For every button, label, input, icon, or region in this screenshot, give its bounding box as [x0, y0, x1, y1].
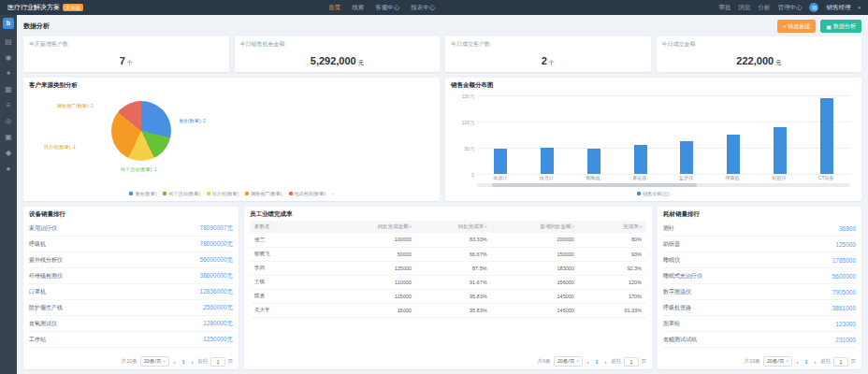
list-item[interactable]: 面罩组123000: [663, 316, 856, 332]
settings-icon[interactable]: ●: [0, 161, 17, 177]
current-page[interactable]: 1: [803, 359, 810, 365]
list-item[interactable]: 测针36800: [663, 221, 856, 237]
dashboard-icon[interactable]: ▤: [0, 34, 17, 50]
table-row[interactable]: 陈勇11500095.83%145000170%: [250, 289, 646, 303]
goto-page-input[interactable]: 1: [210, 357, 224, 367]
goto-page-input[interactable]: 1: [624, 357, 638, 367]
table-cell: 66.67%: [416, 247, 492, 261]
table-row[interactable]: 张三10000083.33%20000080%: [250, 233, 646, 247]
pie-chart[interactable]: [111, 101, 171, 161]
table-row[interactable]: 吴大宇1500095.83%14500091.33%: [250, 303, 646, 317]
legend-item[interactable]: 线下活动(数量): [163, 191, 199, 196]
user-menu[interactable]: 销售经理: [826, 4, 850, 12]
table-row[interactable]: 歌晓飞5000066.67%15000093%: [250, 247, 646, 261]
chevron-down-icon: ▾: [858, 5, 861, 10]
nav-link[interactable]: 分析: [758, 4, 770, 12]
bar[interactable]: [820, 98, 833, 174]
legend-item[interactable]: 转介绍(数量): [207, 191, 239, 196]
chevron-right-icon[interactable]: ›: [332, 191, 334, 196]
list-item[interactable]: 睡眠仪1785000: [663, 252, 856, 268]
legend-swatch: [245, 192, 249, 195]
prev-page-button[interactable]: ‹: [795, 359, 801, 365]
current-page[interactable]: 1: [181, 359, 187, 365]
column-header[interactable]: 回款完成率▾: [416, 221, 492, 233]
quick-create-button[interactable]: + 快速新建: [777, 20, 817, 33]
nav-link[interactable]: 审批: [718, 4, 731, 12]
prev-page-button[interactable]: ‹: [586, 359, 591, 365]
list-item[interactable]: 血糖测试试纸231000: [663, 332, 856, 348]
bar[interactable]: [774, 127, 787, 174]
service-icon[interactable]: ◎: [0, 113, 17, 129]
list-item[interactable]: 工作站1250000元: [29, 332, 233, 348]
item-value: 2560000元: [203, 304, 233, 312]
nav-tab[interactable]: 线索: [352, 4, 364, 12]
filter-icon[interactable]: ▾: [410, 224, 412, 229]
nav-link[interactable]: 管理中心: [777, 4, 802, 12]
bars-container: [477, 95, 850, 174]
bar[interactable]: [634, 145, 647, 174]
list-item[interactable]: 紫外线分析仪56000000元: [29, 252, 233, 268]
column-header[interactable]: 完成率▾: [579, 221, 646, 233]
filter-icon[interactable]: ▾: [640, 224, 642, 229]
filter-icon[interactable]: ▾: [572, 224, 574, 229]
column-header[interactable]: 回款完成金额▾: [329, 221, 416, 233]
table-row[interactable]: 李四12500087.5%18300092.3%: [250, 261, 646, 275]
list-item[interactable]: 助听器125000: [663, 237, 856, 252]
products-icon[interactable]: ▦: [0, 81, 17, 97]
list-item[interactable]: 数字测温仪7905000: [663, 284, 856, 300]
orders-icon[interactable]: ≡: [0, 97, 17, 113]
chart-scrollbar[interactable]: [477, 183, 850, 187]
legend-item[interactable]: 展会(数量): [129, 191, 156, 196]
nav-tab[interactable]: 报表中心: [411, 4, 435, 12]
page-size-select[interactable]: 20条/页▾: [140, 356, 169, 367]
list-item[interactable]: 呼吸机78000000元: [29, 237, 233, 252]
legend-item[interactable]: 销售金额(元): [637, 191, 669, 196]
list-item[interactable]: 纤维镜检测仪38600000元: [29, 268, 233, 284]
logo-icon[interactable]: b: [3, 18, 14, 29]
avatar[interactable]: 销: [809, 3, 818, 12]
bar-chart[interactable]: 150万100万50万0: [477, 95, 850, 174]
nav-tab[interactable]: 首页: [328, 4, 340, 12]
bar[interactable]: [727, 135, 740, 174]
nav-tab[interactable]: 客服中心: [375, 4, 399, 12]
list-item[interactable]: 睡眠式光治疗仪5600000: [663, 268, 856, 284]
analysis-icon[interactable]: ◆: [0, 145, 17, 161]
item-name: 家用治疗仪: [29, 224, 57, 233]
bar[interactable]: [680, 141, 693, 174]
table-row[interactable]: 王棋11000091.67%156000120%: [250, 275, 646, 289]
column-header[interactable]: 新增回款金额▾: [492, 221, 579, 233]
next-page-button[interactable]: ›: [603, 359, 609, 365]
opportunity-icon[interactable]: ✦: [0, 65, 17, 81]
page-unit-label: 页: [851, 358, 857, 365]
y-axis-label: 150万: [452, 94, 474, 99]
data-analysis-button[interactable]: ▣ 数据分析: [820, 20, 861, 33]
bar[interactable]: [587, 149, 600, 174]
page-size-select[interactable]: 20条/页▾: [554, 356, 583, 367]
list-item[interactable]: 家用治疗仪78090007元: [29, 221, 233, 237]
column-header[interactable]: 参数名: [250, 221, 329, 233]
legend-item[interactable]: 电话咨询(数量): [289, 191, 326, 196]
goto-page-input[interactable]: 1: [833, 357, 847, 367]
scrollbar-thumb[interactable]: [492, 183, 697, 187]
list-item[interactable]: 防护服生产线2560000元: [29, 300, 233, 316]
table-cell: 150000: [492, 247, 579, 261]
charts-row: 客户来源类别分析 展会(数量): 2线下活动(数量): 1转介绍(数量): 1网…: [23, 78, 861, 201]
list-item[interactable]: 呼吸机管路3861000: [663, 300, 856, 316]
prev-page-button[interactable]: ‹: [172, 359, 178, 365]
current-page[interactable]: 1: [594, 359, 600, 365]
filter-icon[interactable]: ▾: [485, 224, 486, 229]
nav-link[interactable]: 消息: [738, 4, 750, 12]
kpi-row: 今天新增客户数7个今日销售机会金额5,292,000元今日成交客户数2个今日成交…: [23, 36, 861, 72]
customers-icon[interactable]: ◉: [0, 50, 17, 65]
bar[interactable]: [541, 148, 554, 174]
reports-icon[interactable]: ▣: [0, 129, 17, 145]
kpi-label: 今日成交客户数: [451, 40, 645, 49]
legend-item[interactable]: 网络推广(数量): [245, 191, 282, 196]
goto-label: 前往: [820, 358, 831, 365]
page-size-select[interactable]: 20条/页▾: [763, 356, 792, 367]
bar[interactable]: [494, 149, 507, 174]
next-page-button[interactable]: ›: [190, 359, 195, 365]
next-page-button[interactable]: ›: [813, 359, 818, 365]
list-item[interactable]: 血氧测试仪1280000元: [29, 316, 233, 332]
list-item[interactable]: 口罩机12836000元: [29, 284, 233, 300]
